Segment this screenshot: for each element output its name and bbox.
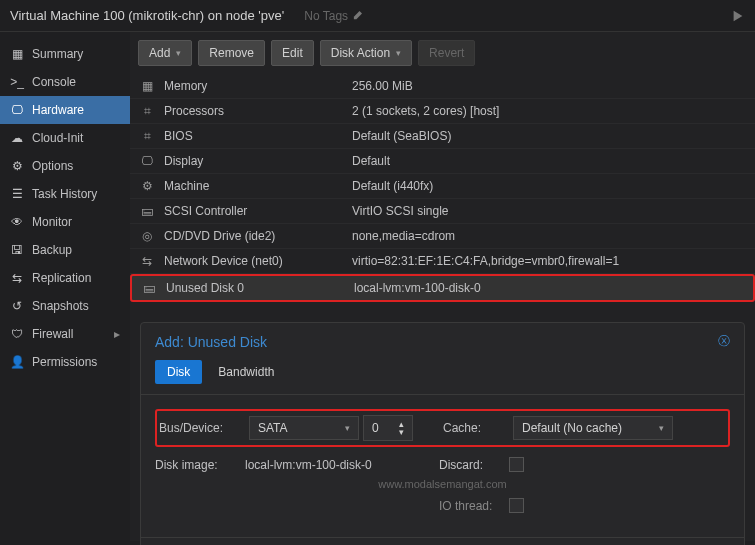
table-row[interactable]: 🖴Unused Disk 0local-lvm:vm-100-disk-0	[130, 274, 755, 302]
stepper-icon: ▴▾	[399, 420, 404, 436]
sidebar-item-permissions[interactable]: 👤Permissions	[0, 348, 130, 376]
discard-checkbox[interactable]	[509, 457, 524, 472]
table-row[interactable]: ⚙MachineDefault (i440fx)	[130, 174, 755, 199]
bios-icon: ⌗	[138, 129, 156, 143]
iothread-checkbox[interactable]	[509, 498, 524, 513]
sidebar-item-snapshots[interactable]: ↺Snapshots	[0, 292, 130, 320]
hardware-table: ▦Memory256.00 MiB ⌗Processors2 (1 socket…	[130, 74, 755, 302]
diskimage-row: Disk image: local-lvm:vm-100-disk-0 Disc…	[155, 457, 730, 472]
remove-button[interactable]: Remove	[198, 40, 265, 66]
network-icon: ⇆	[138, 254, 156, 268]
table-row[interactable]: ▦Memory256.00 MiB	[130, 74, 755, 99]
table-row[interactable]: 🖴SCSI ControllerVirtIO SCSI single	[130, 199, 755, 224]
dialog-footer: ❔Help Advanced Add	[141, 537, 744, 545]
sidebar-item-replication[interactable]: ⇆Replication	[0, 264, 130, 292]
sidebar-item-taskhistory[interactable]: ☰Task History	[0, 180, 130, 208]
form: Bus/Device: SATA▾ 0▴▾ Cache: Default (No…	[141, 395, 744, 537]
table-row[interactable]: ⌗BIOSDefault (SeaBIOS)	[130, 124, 755, 149]
gear-icon: ⚙	[10, 159, 24, 173]
table-row[interactable]: ◎CD/DVD Drive (ide2)none,media=cdrom	[130, 224, 755, 249]
notags[interactable]: No Tags	[304, 9, 362, 23]
history-icon: ↺	[10, 299, 24, 313]
bus-select[interactable]: SATA▾	[249, 416, 359, 440]
table-row[interactable]: ⇆Network Device (net0)virtio=82:31:EF:1E…	[130, 249, 755, 274]
cloud-icon: ☁	[10, 131, 24, 145]
toolbar: Add▾ Remove Edit Disk Action▾ Revert	[130, 32, 755, 74]
sidebar-item-monitor[interactable]: 👁Monitor	[0, 208, 130, 236]
save-icon: 🖫	[10, 243, 24, 257]
cache-select[interactable]: Default (No cache)▾	[513, 416, 673, 440]
edit-button[interactable]: Edit	[271, 40, 314, 66]
sidebar: ▦Summary >_Console 🖵Hardware ☁Cloud-Init…	[0, 32, 130, 541]
watermark: www.modalsemangat.com	[155, 478, 730, 490]
user-icon: 👤	[10, 355, 24, 369]
tab-bandwidth[interactable]: Bandwidth	[206, 360, 286, 384]
play-icon[interactable]	[731, 8, 745, 23]
tabbar: Disk Bandwidth	[141, 360, 744, 395]
disc-icon: ◎	[138, 229, 156, 243]
busdevice-label: Bus/Device:	[159, 421, 249, 435]
chevron-right-icon: ▸	[114, 327, 120, 341]
list-icon: ☰	[10, 187, 24, 201]
header-bar: Virtual Machine 100 (mikrotik-chr) on no…	[0, 0, 755, 32]
diskimage-label: Disk image:	[155, 458, 245, 472]
cache-label: Cache:	[443, 421, 513, 435]
sidebar-item-hardware[interactable]: 🖵Hardware	[0, 96, 130, 124]
busdevice-row: Bus/Device: SATA▾ 0▴▾ Cache: Default (No…	[155, 409, 730, 447]
hardware-icon: 🖵	[10, 103, 24, 117]
sidebar-item-console[interactable]: >_Console	[0, 68, 130, 96]
chevron-down-icon: ▾	[396, 48, 401, 58]
summary-icon: ▦	[10, 47, 24, 61]
main: Add▾ Remove Edit Disk Action▾ Revert ▦Me…	[130, 32, 755, 541]
sidebar-item-firewall[interactable]: 🛡Firewall▸	[0, 320, 130, 348]
diskaction-button[interactable]: Disk Action▾	[320, 40, 412, 66]
shield-icon: 🛡	[10, 327, 24, 341]
console-icon: >_	[10, 75, 24, 89]
diskimage-value: local-lvm:vm-100-disk-0	[245, 458, 409, 472]
chevron-down-icon: ▾	[345, 423, 350, 433]
iothread-row: IO thread:	[155, 498, 730, 513]
close-icon[interactable]: ⓧ	[718, 333, 730, 350]
chevron-down-icon: ▾	[659, 423, 664, 433]
hdd-icon: 🖴	[138, 204, 156, 218]
revert-button: Revert	[418, 40, 475, 66]
dialog-header: Add: Unused Disk ⓧ	[141, 323, 744, 360]
device-number-stepper[interactable]: 0▴▾	[363, 415, 413, 441]
sidebar-item-backup[interactable]: 🖫Backup	[0, 236, 130, 264]
memory-icon: ▦	[138, 79, 156, 93]
cpu-icon: ⌗	[138, 104, 156, 118]
sidebar-item-options[interactable]: ⚙Options	[0, 152, 130, 180]
add-button[interactable]: Add▾	[138, 40, 192, 66]
page-title: Virtual Machine 100 (mikrotik-chr) on no…	[10, 8, 284, 23]
table-row[interactable]: 🖵DisplayDefault	[130, 149, 755, 174]
pencil-icon	[352, 11, 362, 21]
table-row[interactable]: ⌗Processors2 (1 sockets, 2 cores) [host]	[130, 99, 755, 124]
hdd-icon: 🖴	[140, 281, 158, 295]
discard-label: Discard:	[439, 458, 509, 472]
iothread-label: IO thread:	[439, 499, 509, 513]
dialog-title: Add: Unused Disk	[155, 334, 267, 350]
dialog: Add: Unused Disk ⓧ Disk Bandwidth Bus/De…	[140, 322, 745, 545]
chevron-down-icon: ▾	[176, 48, 181, 58]
replication-icon: ⇆	[10, 271, 24, 285]
eye-icon: 👁	[10, 215, 24, 229]
sidebar-item-summary[interactable]: ▦Summary	[0, 40, 130, 68]
sidebar-item-cloudinit[interactable]: ☁Cloud-Init	[0, 124, 130, 152]
display-icon: 🖵	[138, 154, 156, 168]
tab-disk[interactable]: Disk	[155, 360, 202, 384]
machine-icon: ⚙	[138, 179, 156, 193]
